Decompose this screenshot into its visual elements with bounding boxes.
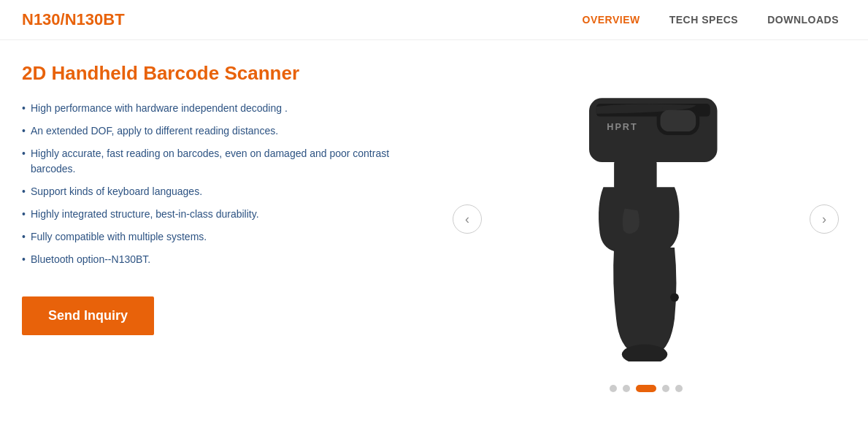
svg-rect-3 — [660, 110, 696, 131]
product-image: HPRT — [529, 77, 763, 361]
list-item: High performance with hardware independe… — [22, 101, 431, 116]
list-item: Bluetooth option--N130BT. — [22, 252, 431, 267]
svg-text:HPRT: HPRT — [607, 122, 637, 132]
list-item: An extended DOF, apply to different read… — [22, 123, 431, 139]
nav-item-tech-specs[interactable]: TECH SPECS — [669, 14, 738, 26]
carousel-dots — [610, 385, 683, 392]
dot-4[interactable] — [662, 385, 669, 392]
dot-1[interactable] — [610, 385, 617, 392]
send-inquiry-button[interactable]: Send Inquiry — [22, 296, 154, 335]
svg-point-7 — [670, 293, 679, 302]
product-title: N130/N130BT — [22, 10, 125, 29]
nav-item-overview[interactable]: OVERVIEW — [583, 14, 640, 26]
list-item: Highly accurate, fast reading on barcode… — [22, 146, 431, 177]
main-nav: OVERVIEW TECH SPECS DOWNLOADS — [583, 14, 840, 26]
product-heading: 2D Handheld Barcode Scanner — [22, 62, 431, 85]
list-item: Fully compatible with multiple systems. — [22, 229, 431, 245]
dot-5[interactable] — [675, 385, 683, 392]
list-item: Highly integrated structure, best-in-cla… — [22, 207, 431, 222]
dot-2[interactable] — [623, 385, 630, 392]
main-content: 2D Handheld Barcode Scanner High perform… — [0, 40, 868, 407]
image-carousel: ‹ HPRT — [445, 62, 846, 376]
features-list: High performance with hardware independe… — [22, 101, 431, 267]
list-item: Support kinds of keyboard languages. — [22, 184, 431, 199]
svg-rect-5 — [614, 161, 657, 189]
carousel-next-button[interactable]: › — [810, 204, 839, 234]
header: N130/N130BT OVERVIEW TECH SPECS DOWNLOAD… — [0, 0, 868, 40]
right-column: ‹ HPRT — [445, 62, 846, 392]
chevron-right-icon: › — [822, 212, 826, 227]
chevron-left-icon: ‹ — [465, 212, 469, 227]
carousel-prev-button[interactable]: ‹ — [453, 204, 482, 234]
nav-item-downloads[interactable]: DOWNLOADS — [767, 14, 839, 26]
dot-3[interactable] — [636, 385, 656, 392]
left-column: 2D Handheld Barcode Scanner High perform… — [22, 62, 445, 392]
